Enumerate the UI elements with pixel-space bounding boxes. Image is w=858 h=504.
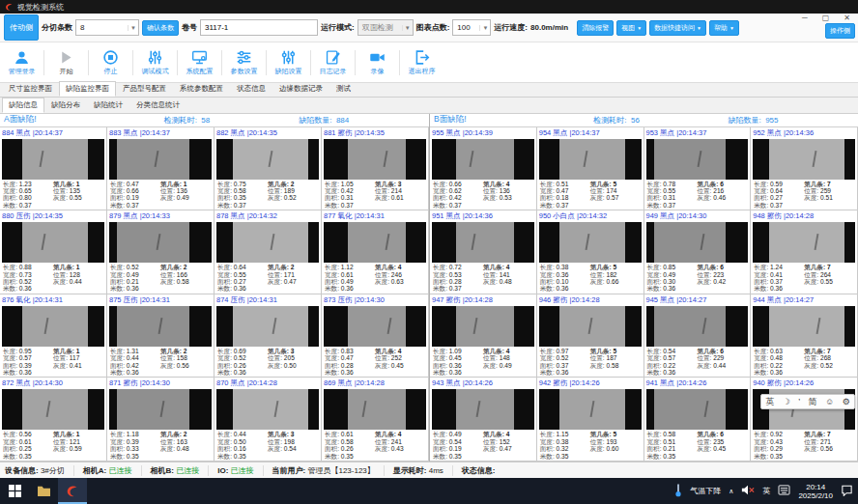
defect-area: 面积: 0.26: [217, 362, 268, 369]
defect-position: 位置: 163: [160, 438, 211, 445]
toolbar-button-admin-login[interactable]: 管理登录: [2, 49, 42, 76]
toolbar-button-system-config[interactable]: 系统配置: [180, 49, 219, 76]
main-tab-0[interactable]: 尺寸监控界面: [2, 81, 59, 97]
slit-count-select[interactable]: 8 ▼: [75, 19, 139, 36]
thermometer-icon[interactable]: [674, 483, 682, 499]
defect-cell[interactable]: 872 黑点 |20:14:30长度: 0.56宽度: 0.61面积: 0.25…: [0, 378, 107, 462]
defect-cell[interactable]: 882 黑点 |20:14:35长度: 0.75宽度: 0.58面积: 0.35…: [214, 127, 322, 211]
close-button[interactable]: ✕: [844, 14, 850, 22]
toolbar-button-start[interactable]: 开始: [46, 49, 86, 76]
defect-cell[interactable]: 944 黑点 |20:14:27长度: 0.63宽度: 0.48面积: 0.22…: [751, 294, 858, 378]
defect-cell[interactable]: 941 黑点 |20:14:26长度: 0.58宽度: 0.51面积: 0.21…: [644, 378, 752, 462]
help-menu-button[interactable]: 帮助▼: [709, 20, 739, 36]
view-menu-button[interactable]: 视图▼: [616, 20, 646, 36]
main-tab-5[interactable]: 边缘数据记录: [272, 81, 329, 97]
notification-center-icon[interactable]: [841, 484, 853, 498]
toolbar-button-stop[interactable]: 停止: [91, 49, 130, 76]
defect-cell[interactable]: 955 黑点 |20:14:39长度: 0.66宽度: 0.62面积: 0.42…: [430, 127, 537, 211]
toolbar-button-defect-settings[interactable]: 缺陷设置: [269, 49, 308, 76]
sub-tab-0[interactable]: 缺陷信息: [2, 98, 44, 113]
taskbar-tray: 气温下降 ∧ 英 20:142025/2/10: [674, 478, 858, 504]
confirm-count-button[interactable]: 确认条数: [142, 20, 179, 36]
start-button[interactable]: [0, 478, 29, 504]
sub-tab-2[interactable]: 缺陷统计: [87, 98, 129, 113]
defect-strip: 第几条: 5: [590, 181, 641, 187]
defect-cell[interactable]: 954 黑点 |20:14:37长度: 0.51宽度: 0.47面积: 0.18…: [537, 127, 644, 211]
input-language-indicator[interactable]: 英: [762, 486, 770, 496]
file-explorer-button[interactable]: [29, 478, 58, 504]
main-tab-6[interactable]: 测试: [329, 81, 358, 97]
defect-cell[interactable]: 880 压伤 |20:14:35长度: 0.88宽度: 0.73面积: 0.52…: [0, 210, 107, 294]
defect-strip: 第几条: 3: [375, 181, 425, 187]
defect-cell[interactable]: 950 小白点 |20:14:32长度: 0.38宽度: 0.36面积: 0.1…: [537, 210, 644, 294]
data-quick-access-button[interactable]: 数据快捷访问▼: [649, 20, 706, 36]
ime-settings-icon[interactable]: ⚙: [843, 395, 850, 408]
toolbar-button-param-settings[interactable]: 参数设置: [224, 49, 264, 76]
run-mode-select[interactable]: 双面检测 ▼: [358, 19, 414, 36]
defect-cell[interactable]: 951 黑点 |20:14:36长度: 0.72宽度: 0.53面积: 0.28…: [430, 210, 537, 294]
defect-cell[interactable]: 940 擦伤 |20:14:26长度: 0.92宽度: 0.43面积: 0.29…: [751, 378, 858, 462]
toolbar-button-log-record[interactable]: 日志记录: [313, 49, 353, 76]
defect-cell-header: 946 擦伤 |20:14:28: [537, 294, 644, 306]
chart-points-select[interactable]: 100 ▼: [452, 19, 491, 36]
ime-mode-icon[interactable]: [778, 485, 790, 497]
main-tab-4[interactable]: 状态信息: [230, 81, 272, 97]
defect-cell[interactable]: 869 黑点 |20:14:28长度: 0.61宽度: 0.58面积: 0.26…: [322, 378, 429, 462]
defect-cell[interactable]: 873 压伤 |20:14:30长度: 0.83宽度: 0.47面积: 0.28…: [322, 294, 429, 378]
defect-cell[interactable]: 874 压伤 |20:14:31长度: 0.69宽度: 0.52面积: 0.26…: [214, 294, 322, 378]
defect-cell[interactable]: 876 氧化 |20:14:31长度: 0.95宽度: 0.57面积: 0.39…: [0, 294, 107, 378]
defect-cell[interactable]: 946 擦伤 |20:14:28长度: 0.97宽度: 0.52面积: 0.37…: [537, 294, 644, 378]
toolbar-top: 传动侧 分切条数 8 ▼ 确认条数 卷号 运行模式: 双面检测 ▼ 图表点数: …: [0, 14, 858, 42]
app-taskbar-button[interactable]: [58, 478, 87, 504]
defect-length: 长度: 0.64: [217, 264, 268, 270]
sub-tab-1[interactable]: 缺陷分布: [44, 98, 87, 113]
defect-cell[interactable]: 953 黑点 |20:14:37长度: 0.78宽度: 0.55面积: 0.31…: [644, 127, 752, 211]
minimize-button[interactable]: ─: [802, 14, 808, 22]
defect-cell[interactable]: 948 擦伤 |20:14:28长度: 1.24宽度: 0.41面积: 0.37…: [751, 210, 858, 294]
defect-cell[interactable]: 871 擦伤 |20:14:30长度: 1.18宽度: 0.39面积: 0.33…: [107, 378, 214, 462]
main-tab-3[interactable]: 系统参数配置: [173, 81, 230, 97]
defect-cell[interactable]: 884 黑点 |20:14:37长度: 1.23宽度: 0.65面积: 0.80…: [0, 127, 107, 211]
roll-input[interactable]: [200, 19, 318, 36]
main-tab-2[interactable]: 产品型号配置: [116, 81, 173, 97]
defect-cell[interactable]: 945 黑点 |20:14:27长度: 0.54宽度: 0.57面积: 0.22…: [644, 294, 752, 378]
defect-cell[interactable]: 877 氧化 |20:14:31长度: 1.12宽度: 0.61面积: 0.49…: [322, 210, 429, 294]
transmission-side-button[interactable]: 传动侧: [4, 14, 39, 41]
defect-image: [324, 222, 426, 263]
defect-cell[interactable]: 952 黑点 |20:14:36长度: 0.59宽度: 0.64面积: 0.27…: [751, 127, 858, 211]
defect-cell[interactable]: 949 黑点 |20:14:30长度: 0.85宽度: 0.49面积: 0.30…: [644, 210, 752, 294]
volume-muted-icon[interactable]: [741, 485, 755, 497]
defect-strip: 第几条: 1: [53, 181, 103, 187]
status-item: 相机A: 已连接: [73, 465, 132, 476]
maximize-button[interactable]: ▢: [822, 14, 830, 22]
defect-cell[interactable]: 879 黑点 |20:14:33长度: 0.52宽度: 0.49面积: 0.21…: [107, 210, 214, 294]
tray-expand-icon[interactable]: ∧: [729, 488, 733, 495]
defect-cell[interactable]: 943 黑点 |20:14:26长度: 0.49宽度: 0.54面积: 0.19…: [430, 378, 537, 462]
defect-cell[interactable]: 947 擦伤 |20:14:28长度: 1.09宽度: 0.45面积: 0.36…: [430, 294, 537, 378]
defect-mark: [157, 318, 162, 334]
ime-punctuation-icon[interactable]: ’: [798, 395, 800, 408]
operation-side-button[interactable]: 操作侧: [825, 23, 855, 39]
defect-cell[interactable]: 875 压伤 |20:14:31长度: 1.31宽度: 0.44面积: 0.42…: [107, 294, 214, 378]
main-tab-1[interactable]: 缺陷监控界面: [59, 81, 116, 97]
defect-strip: 第几条: 6: [697, 264, 747, 270]
toolbar-button-video-record[interactable]: 录像: [358, 49, 397, 76]
roll-label: 卷号: [182, 22, 197, 33]
defect-mark: [42, 234, 46, 250]
weather-text[interactable]: 气温下降: [690, 486, 721, 496]
defect-cell[interactable]: 878 黑点 |20:14:32长度: 0.64宽度: 0.55面积: 0.27…: [214, 210, 322, 294]
defect-position: 位置: 264: [804, 271, 854, 278]
toolbar-button-exit-program[interactable]: 退出程序: [402, 49, 442, 76]
ime-lang-en[interactable]: 英: [765, 395, 774, 408]
defect-cell[interactable]: 883 黑点 |20:14:37长度: 0.47宽度: 0.66面积: 0.19…: [107, 127, 214, 211]
toolbar-button-debug-mode[interactable]: 调试模式: [135, 49, 175, 76]
defect-cell[interactable]: 942 擦伤 |20:14:26长度: 1.15宽度: 0.38面积: 0.32…: [537, 378, 644, 462]
clear-alarm-button[interactable]: 清除报警: [577, 20, 614, 36]
defect-cell[interactable]: 870 黑点 |20:14:28长度: 0.44宽度: 0.50面积: 0.16…: [214, 378, 322, 462]
sub-tab-3[interactable]: 分类信息统计: [129, 98, 186, 113]
ime-moon-icon[interactable]: ☽: [783, 395, 790, 408]
taskbar-clock[interactable]: 20:142025/2/10: [798, 483, 833, 500]
ime-simplified[interactable]: 简: [809, 395, 817, 408]
ime-emoji-icon[interactable]: ☺: [825, 395, 834, 408]
defect-cell[interactable]: 881 擦伤 |20:14:35长度: 1.05宽度: 0.42面积: 0.31…: [322, 127, 429, 211]
